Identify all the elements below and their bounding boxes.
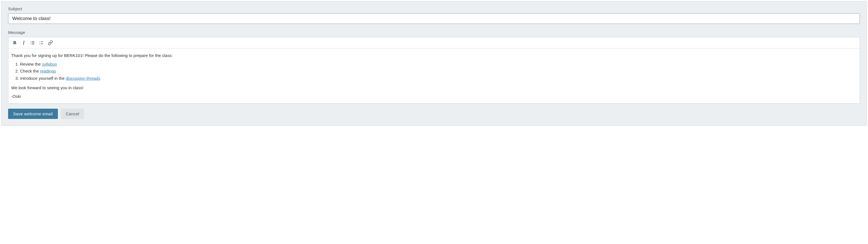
welcome-email-panel: Subject Message B I — [1, 1, 867, 126]
svg-point-2 — [31, 44, 31, 44]
button-row: Save welcome email Cancel — [8, 109, 860, 119]
numbered-list-button[interactable]: 1 2 — [37, 39, 45, 47]
bold-button[interactable]: B — [10, 39, 19, 47]
italic-button[interactable]: I — [20, 39, 28, 47]
list-item: Introduce yourself in the discussion thr… — [20, 75, 857, 82]
editor-toolbar: B I 1 2 — [8, 37, 860, 49]
message-content[interactable]: Thank you for signing up for BERK101! Pl… — [8, 49, 860, 103]
save-button[interactable]: Save welcome email — [8, 109, 58, 119]
bullet-list-button[interactable] — [28, 39, 37, 47]
link-button[interactable] — [46, 39, 55, 47]
link-icon — [48, 40, 53, 45]
numbered-list-icon: 1 2 — [39, 40, 44, 45]
svg-point-0 — [31, 41, 31, 42]
list-item: Check the readings — [20, 68, 857, 74]
list-item: Review the syllabus — [20, 61, 857, 68]
readings-link[interactable]: readings — [40, 69, 56, 73]
svg-point-1 — [31, 42, 31, 43]
svg-text:2: 2 — [39, 43, 40, 45]
italic-icon: I — [23, 40, 25, 46]
message-signature: -Oski — [11, 93, 857, 100]
subject-label: Subject — [8, 6, 860, 11]
bullet-list-icon — [30, 40, 35, 45]
message-editor: B I 1 2 — [8, 37, 860, 104]
bold-icon: B — [13, 40, 16, 45]
message-intro: Thank you for signing up for BERK101! Pl… — [11, 53, 857, 59]
message-closing: We look forward to seeing you in class! — [11, 85, 857, 91]
discussion-threads-link[interactable]: discussion threads — [66, 76, 100, 80]
cancel-button[interactable]: Cancel — [61, 109, 84, 119]
message-steps-list: Review the syllabus Check the readings I… — [11, 61, 857, 82]
message-label: Message — [8, 30, 860, 35]
svg-text:1: 1 — [39, 41, 40, 42]
subject-input[interactable] — [8, 13, 860, 24]
syllabus-link[interactable]: syllabus — [42, 62, 57, 66]
